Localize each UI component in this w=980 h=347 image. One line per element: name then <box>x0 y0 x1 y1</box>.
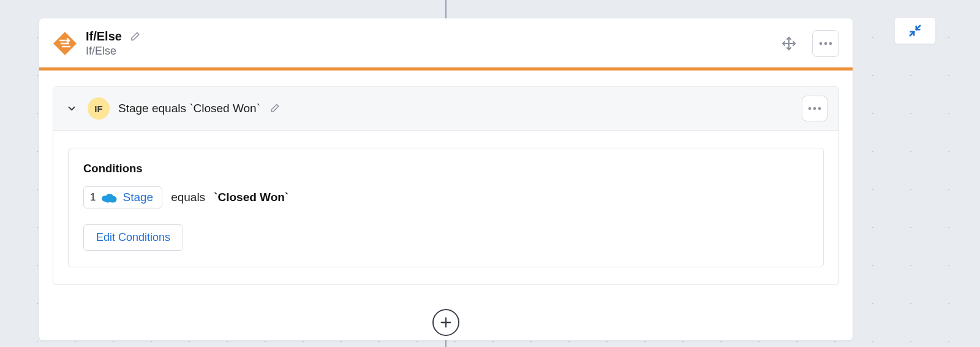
condition-field-chip[interactable]: 1 Stage <box>83 186 162 208</box>
svg-point-5 <box>824 42 827 45</box>
svg-point-4 <box>820 42 822 45</box>
edit-title-icon[interactable] <box>129 31 140 42</box>
block-more-button[interactable] <box>812 30 839 57</box>
more-icon <box>819 42 832 45</box>
condition-value: `Closed Won` <box>214 191 288 204</box>
collapse-icon <box>908 24 922 37</box>
condition-row: 1 Stage equals <box>83 186 809 208</box>
collapse-button[interactable] <box>894 17 936 44</box>
condition-index: 1 <box>90 191 96 204</box>
conditions-label: Conditions <box>83 162 809 175</box>
add-step-button[interactable] <box>432 309 459 336</box>
move-handle-icon[interactable] <box>778 32 800 55</box>
if-branch: IF Stage equals `Closed Won` <box>53 86 839 285</box>
if-badge: IF <box>88 97 110 120</box>
branch-title: Stage equals `Closed Won` <box>118 102 260 115</box>
branch-more-button[interactable] <box>802 96 827 121</box>
salesforce-icon <box>100 191 118 204</box>
svg-point-8 <box>813 107 816 110</box>
connector-line-top <box>445 0 447 18</box>
block-subtitle: If/Else <box>86 45 140 58</box>
edit-conditions-button[interactable]: Edit Conditions <box>83 224 183 251</box>
svg-point-13 <box>105 197 111 203</box>
plus-icon <box>439 316 453 329</box>
chevron-down-icon[interactable] <box>64 101 79 116</box>
condition-operator: equals <box>171 191 205 204</box>
svg-point-6 <box>829 42 832 45</box>
block-header: If/Else If/Else <box>39 18 853 67</box>
branch-body: Conditions 1 <box>53 131 839 284</box>
svg-point-7 <box>809 107 811 110</box>
block-title-group: If/Else If/Else <box>86 29 140 58</box>
svg-point-9 <box>818 107 821 110</box>
block-title: If/Else <box>86 29 122 44</box>
condition-field: Stage <box>123 191 153 204</box>
more-icon <box>808 107 821 110</box>
conditions-box: Conditions 1 <box>68 148 824 267</box>
if-else-block: If/Else If/Else <box>39 18 853 340</box>
if-else-icon <box>53 31 77 56</box>
block-body: IF Stage equals `Closed Won` <box>39 71 853 340</box>
branch-header: IF Stage equals `Closed Won` <box>53 87 839 131</box>
edit-branch-icon[interactable] <box>269 103 280 114</box>
